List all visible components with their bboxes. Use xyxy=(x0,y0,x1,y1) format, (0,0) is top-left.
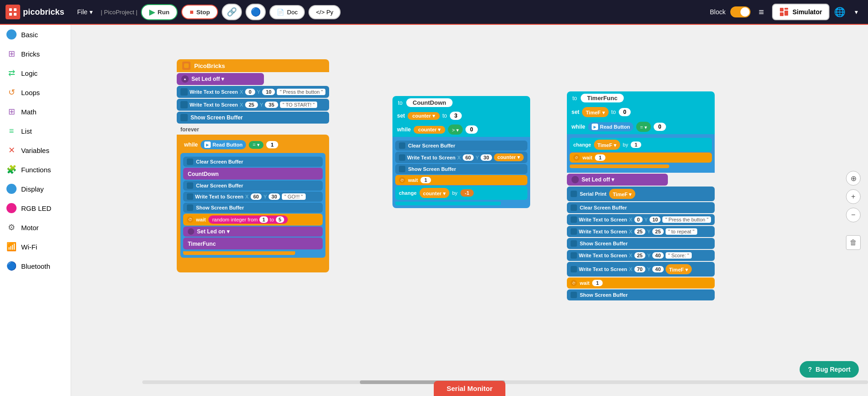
sidebar-label-functions: Functions xyxy=(21,166,51,174)
change-counter-block[interactable]: change counter ▾ by -1 xyxy=(395,186,527,200)
link-icon-button[interactable]: 🔗 xyxy=(222,4,242,20)
countdown-header: to CountDown xyxy=(392,96,530,109)
eq-pill3: = ▾ xyxy=(636,122,650,132)
svg-rect-1 xyxy=(14,8,17,11)
clear-2-block[interactable]: Clear Screen Buffer xyxy=(183,181,323,191)
bug-report-button[interactable]: ? Bug Report xyxy=(800,361,859,378)
show-screen-1-block[interactable]: Show Screen Buffer xyxy=(177,112,329,124)
wait-tf-block[interactable]: ⏱ wait 1 xyxy=(570,153,712,163)
serial-print-block[interactable]: Serial Print TimeF ▾ xyxy=(567,187,715,201)
logic-icon: ⇄ xyxy=(6,68,17,78)
wait-random-block[interactable]: ⏱ wait random integer from 1 to 5 xyxy=(183,214,323,226)
py-button[interactable]: </> Py xyxy=(308,5,341,19)
timef2-pill: TimeF ▾ xyxy=(594,140,620,150)
zoom-out-button[interactable]: − xyxy=(846,208,861,222)
target-button[interactable]: ⊕ xyxy=(846,171,861,186)
change-timef-block[interactable]: change TimeF ▾ by 1 xyxy=(570,138,712,152)
stop-button[interactable]: ■ Stop xyxy=(181,5,218,19)
write-text-2-block[interactable]: Write Text to Screen X 25 Y 35 " TO STAR… xyxy=(177,99,329,111)
sidebar-item-loops[interactable]: ↺ Loops xyxy=(0,83,71,102)
sidebar-item-rgbled[interactable]: RGB LED xyxy=(0,198,71,218)
bluetooth-sidebar-icon: 🔵 xyxy=(6,261,17,271)
sidebar-item-functions[interactable]: 🧩 Functions xyxy=(0,160,71,179)
set-counter-block[interactable]: set counter ▾ to 3 xyxy=(392,109,530,122)
bluetooth-icon-button[interactable]: 🔵 xyxy=(246,4,266,20)
wait-tf2-block[interactable]: ⏱ wait 1 xyxy=(567,277,715,289)
sidebar-item-logic[interactable]: ⇄ Logic xyxy=(0,63,71,83)
wait-cd-icon: ⏱ xyxy=(399,177,405,183)
doc-button[interactable]: 📄 Doc xyxy=(269,5,305,19)
block-toggle[interactable] xyxy=(730,6,750,17)
list-icon: ≡ xyxy=(6,126,17,136)
clear-tf-block[interactable]: Clear Screen Buffer xyxy=(567,202,715,213)
trash-button[interactable]: 🗑 xyxy=(846,235,861,250)
serial-monitor-bar[interactable]: Serial Monitor xyxy=(434,381,505,396)
clear-cd-block[interactable]: Clear Screen Buffer xyxy=(395,141,527,151)
sidebar-item-list[interactable]: ≡ List xyxy=(0,121,71,141)
write-text-1-block[interactable]: Write Text to Screen X 0 Y 10 " Press th… xyxy=(177,86,329,98)
main-area: Basic ⊞ Bricks ⇄ Logic ↺ Loops ⊞ Math ≡ … xyxy=(0,25,868,396)
sidebar-item-motor[interactable]: ⚙ Motor xyxy=(0,218,71,237)
write-timef-block[interactable]: Write Text to Screen X 70 Y 40 TimeF ▾ xyxy=(567,262,715,277)
show2-block[interactable]: Show Screen Buffer xyxy=(183,203,323,213)
set-timef-block[interactable]: set TimeF ▾ to 0 xyxy=(567,105,715,119)
run-button[interactable]: ▶ Run xyxy=(141,4,178,20)
clear-1-block[interactable]: Clear Screen Buffer xyxy=(183,157,323,167)
while-readbtn-block[interactable]: while ▶ Read Button = ▾ 0 xyxy=(567,119,715,134)
read-btn-icon: ▶ xyxy=(204,141,211,148)
sidebar-item-variables[interactable]: ✕ Variables xyxy=(0,141,71,160)
write-icon xyxy=(180,88,188,96)
gt-pill: > ▾ xyxy=(448,124,462,135)
sidebar-item-bluetooth[interactable]: 🔵 Bluetooth xyxy=(0,256,71,276)
show-tf1-block[interactable]: Show Screen Buffer xyxy=(567,238,715,249)
zoom-in-button[interactable]: + xyxy=(846,189,861,204)
set-led-off-label: Set Led off ▾ xyxy=(191,76,224,82)
sidebar-label-math: Math xyxy=(21,108,36,116)
simulator-button[interactable]: Simulator xyxy=(772,4,829,20)
sidebar-item-bricks[interactable]: ⊞ Bricks xyxy=(0,44,71,63)
write-score-block[interactable]: Write Text to Screen X 25 Y 40 " Score: … xyxy=(567,250,715,261)
svg-rect-5 xyxy=(784,8,788,10)
logo: picobricks xyxy=(6,5,64,19)
sidebar-item-basic[interactable]: Basic xyxy=(0,25,71,44)
write-press-block[interactable]: Write Text to Screen X 0 Y 10 " Press th… xyxy=(567,214,715,225)
sidebar-item-wifi[interactable]: 📶 Wi-Fi xyxy=(0,237,71,256)
write-repeat-block[interactable]: Write Text to Screen X 25 Y 25 " to repe… xyxy=(567,226,715,237)
timef-pill: TimeF ▾ xyxy=(582,107,608,117)
wait-cd-block[interactable]: ⏱ wait 1 xyxy=(395,175,527,185)
eq-pill: = ▾ xyxy=(249,141,263,149)
functions-icon: 🧩 xyxy=(6,164,17,175)
lang-dropdown[interactable]: ▾ xyxy=(850,6,862,17)
project-label: | PicoProject | xyxy=(101,9,138,16)
globe-button[interactable]: 🌐 xyxy=(834,6,846,17)
sidebar-item-math[interactable]: ⊞ Math xyxy=(0,102,71,121)
show-tf2-block[interactable]: Show Screen Buffer xyxy=(567,289,715,300)
logo-icon xyxy=(6,5,20,19)
wait-tf-icon: ⏱ xyxy=(573,154,580,161)
read-btn-icon3: ▶ xyxy=(592,124,598,130)
write-go-block[interactable]: Write Text to Screen X 60 Y 30 " GO!!! " xyxy=(183,192,323,202)
countdown-call-block[interactable]: CountDown xyxy=(183,168,323,180)
timerfunc-call-block[interactable]: TimerFunc xyxy=(183,238,323,249)
write-repeat-icon xyxy=(571,228,577,235)
show-cd-block[interactable]: Show Screen Buffer xyxy=(395,164,527,174)
sidebar-item-display[interactable]: Display xyxy=(0,179,71,198)
while-counter-block[interactable]: while counter ▾ > ▾ 0 xyxy=(392,122,530,137)
forever-label: forever xyxy=(177,124,329,135)
hamburger-button[interactable]: ≡ xyxy=(755,5,768,19)
sidebar-label-variables: Variables xyxy=(21,147,49,154)
write-timef-icon xyxy=(571,266,577,272)
sidebar-label-display: Display xyxy=(21,185,44,193)
set-led-off-block[interactable]: ● Set Led off ▾ xyxy=(177,73,264,85)
svg-rect-6 xyxy=(784,11,788,16)
toggle-area: Block ≡ Simulator 🌐 ▾ xyxy=(710,4,862,20)
clear-tf-icon xyxy=(571,204,577,211)
group1: PicoBricks ● Set Led off ▾ Write Text to… xyxy=(177,59,329,272)
write-counter-block[interactable]: Write Text to Screen X 60 Y 30 counter ▾ xyxy=(395,152,527,163)
svg-rect-3 xyxy=(14,13,17,16)
set-led-tf-block[interactable]: Set Led off ▾ xyxy=(567,174,668,186)
while-block[interactable]: while ▶ Read Button = ▾ 1 xyxy=(180,138,325,151)
file-menu[interactable]: File ▾ xyxy=(73,6,97,17)
set-led-on-block[interactable]: Set Led on ▾ xyxy=(183,226,323,237)
write-counter-icon xyxy=(399,154,405,161)
